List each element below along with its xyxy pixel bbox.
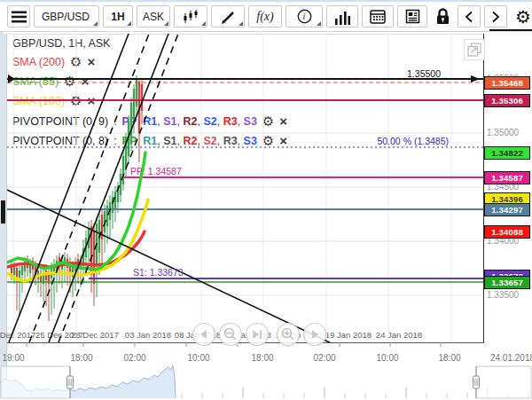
- navigator-handle-grip[interactable]: [67, 376, 74, 388]
- pivot-level-pp: PP: [122, 135, 137, 147]
- pivot-level-r1: R1: [143, 135, 157, 147]
- navigator-area: [0, 365, 176, 398]
- chart-title: GBP/USD, 1H, ASK: [12, 37, 110, 50]
- bar-chart-icon: [334, 9, 350, 25]
- indicator-row-sma55: SMA (55) ⚙ ×: [12, 75, 89, 88]
- toolbar-underline: [489, 29, 532, 31]
- indicators-button[interactable]: f(x): [248, 5, 282, 27]
- pivot-level-r3: R3: [223, 135, 238, 147]
- pivot-level-s1: S1: [163, 135, 176, 147]
- time-label: 02:00: [293, 353, 356, 363]
- gear-icon[interactable]: ⚙: [262, 115, 274, 128]
- candle-body: [69, 263, 71, 273]
- candle-body: [19, 271, 20, 279]
- timeframe-label: 1H: [109, 11, 126, 23]
- candle-body: [141, 84, 143, 111]
- time-label: 18:00: [231, 353, 294, 363]
- candle-body: [117, 186, 119, 202]
- pivot-s1-label[interactable]: S1: 1.33673: [133, 267, 184, 278]
- chart-type-select[interactable]: [174, 5, 207, 27]
- sma-55--line[interactable]: [7, 153, 145, 270]
- popout-chart-button[interactable]: [464, 39, 485, 60]
- navigator-line: [0, 365, 176, 398]
- settings-button[interactable]: ⚙: [511, 5, 532, 27]
- navigator-handle-grip[interactable]: [473, 376, 480, 388]
- chevron-right-icon: [490, 11, 501, 23]
- price-badge: 1.34088: [484, 225, 530, 239]
- pivot-level-s3: S3: [244, 135, 257, 147]
- candle-body: [35, 266, 36, 275]
- sma-100--line[interactable]: [7, 200, 148, 281]
- menu-button[interactable]: [7, 5, 30, 27]
- gear-icon[interactable]: ⚙: [70, 56, 82, 68]
- chart-title-label: GBP/USD, 1H, ASK: [12, 37, 110, 50]
- pivot-pp-label[interactable]: PP: 1.34587: [130, 166, 182, 176]
- gear-icon[interactable]: ⚙: [262, 135, 274, 147]
- close-icon[interactable]: ×: [88, 95, 96, 107]
- candle-body: [66, 259, 68, 268]
- price-tick: 1.35000: [487, 128, 529, 137]
- left-scrollbar-handle[interactable]: [1, 200, 5, 224]
- annotation-arrow-head: [471, 75, 480, 82]
- candle-body: [106, 206, 108, 226]
- close-icon[interactable]: ×: [88, 56, 96, 68]
- time-label: 02:00: [103, 353, 167, 363]
- price-badge: 1.35468: [484, 76, 530, 90]
- chevron-down-icon: [239, 21, 243, 26]
- close-icon[interactable]: ×: [279, 115, 287, 128]
- pivot-level-r2: R2: [183, 135, 197, 147]
- pivot-level-r2: R2: [183, 115, 197, 128]
- price-badge: 1.34822: [484, 146, 530, 160]
- candle-body: [104, 211, 106, 232]
- calendar-button[interactable]: [362, 5, 394, 27]
- hline-price-label[interactable]: 1.35500: [390, 68, 441, 79]
- close-icon[interactable]: ×: [82, 75, 90, 88]
- candle-body: [90, 226, 92, 275]
- chevron-down-icon: [164, 21, 168, 26]
- candle-body: [61, 261, 63, 270]
- draw-tools-select[interactable]: [211, 5, 245, 27]
- pivot-level-s1: S1: [163, 115, 176, 128]
- gear-icon[interactable]: ⚙: [64, 75, 75, 88]
- pivot-level-s2: S2: [203, 135, 216, 147]
- volume-button[interactable]: [326, 5, 358, 27]
- symbol-label: GBP/USD: [40, 11, 91, 23]
- candle-body: [109, 202, 111, 220]
- close-icon[interactable]: ×: [279, 135, 287, 147]
- news-button[interactable]: [397, 5, 427, 27]
- info-select[interactable]: i: [286, 5, 323, 27]
- candle-body: [93, 231, 95, 284]
- svg-text:i: i: [302, 12, 305, 21]
- calendar-icon: [370, 9, 386, 24]
- price-tick: 1.33500: [487, 290, 529, 300]
- price-type-select[interactable]: ASK: [137, 5, 170, 27]
- candle-body: [59, 257, 60, 266]
- time-label: 19:00: [0, 353, 45, 363]
- indicator-row-pivot9: PIVOTPOINT (0, 9) : PP, R1, S1, R2, S2, …: [12, 115, 287, 128]
- open-new-window-icon: [467, 43, 481, 57]
- candle-body: [43, 275, 44, 284]
- time-label: 10:00: [167, 353, 231, 363]
- price-badge: 1.34587: [484, 171, 530, 184]
- chevron-left-icon: [464, 11, 474, 23]
- scroll-right-button[interactable]: [484, 5, 507, 27]
- gear-icon[interactable]: ⚙: [70, 95, 82, 107]
- candle-body: [51, 268, 52, 278]
- navigator-mask-left: [1, 366, 70, 398]
- price-badge: 1.35306: [484, 94, 530, 107]
- candle-body: [24, 262, 26, 271]
- lock-button[interactable]: [431, 5, 454, 27]
- fib-level-label[interactable]: 50.00 % (1.3485): [319, 136, 449, 146]
- chart-toolbar: GBP/USD 1H ASK f(x): [0, 2, 532, 32]
- symbol-select[interactable]: GBP/USD: [34, 5, 99, 27]
- lock-icon: [435, 8, 450, 25]
- timeframe-select[interactable]: 1H: [103, 5, 133, 27]
- scroll-left-button[interactable]: [458, 5, 481, 27]
- sma-200--line[interactable]: [7, 231, 145, 267]
- candle-body: [114, 192, 116, 208]
- date-label: 24 Jan 2018: [368, 330, 430, 340]
- candle-body: [85, 238, 87, 257]
- price-badge: 1.34297: [484, 203, 530, 216]
- pivot9-label: PIVOTPOINT (0, 9): [12, 115, 108, 128]
- trading-platform: GBP/USD 1H ASK f(x): [0, 0, 532, 400]
